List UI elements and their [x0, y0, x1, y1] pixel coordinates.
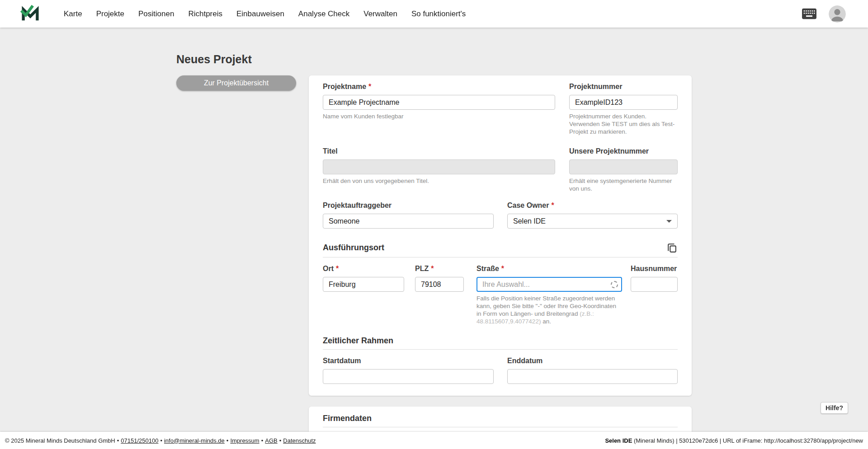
row-dates: Startdatum Enddatum — [323, 357, 678, 384]
main-nav: Karte Projekte Positionen Richtpreis Ein… — [64, 9, 466, 19]
strasse-helper-suffix: an. — [541, 318, 551, 325]
nav-item-richtpreis[interactable]: Richtpreis — [188, 9, 222, 19]
top-navbar: Karte Projekte Positionen Richtpreis Ein… — [0, 0, 868, 28]
case-owner-label-text: Case Owner — [507, 201, 549, 209]
field-projektauftraggeber: Projektauftraggeber — [323, 201, 494, 229]
footer-session-user: Selen IDE — [605, 437, 632, 444]
field-unsere-projektnummer: Unsere Projektnummer Erhält eine systemg… — [569, 147, 678, 192]
back-to-projects-button[interactable]: Zur Projektübersicht — [176, 75, 296, 91]
left-column: Zur Projektübersicht — [176, 75, 296, 91]
unsere-projektnummer-label: Unsere Projektnummer — [569, 147, 678, 155]
nav-item-analyse-check[interactable]: Analyse Check — [298, 9, 349, 19]
footer-separator: • — [160, 437, 162, 444]
nav-item-einbauweisen[interactable]: Einbauweisen — [236, 9, 284, 19]
person-icon — [829, 5, 846, 23]
nav-item-so-funktionierts[interactable]: So funktioniert's — [411, 9, 466, 19]
plz-label: PLZ* — [415, 265, 464, 273]
keyboard-icon[interactable] — [802, 8, 817, 19]
navbar-right — [802, 5, 846, 23]
titel-label: Titel — [323, 147, 555, 155]
ausfuehrungsort-heading: Ausführungsort — [323, 243, 384, 253]
plz-label-text: PLZ — [415, 265, 429, 272]
section-divider — [323, 427, 678, 427]
row-auftraggeber-caseowner: Projektauftraggeber Case Owner* Selen ID… — [323, 201, 678, 229]
user-avatar[interactable] — [829, 5, 846, 23]
strasse-helper: Falls die Position keiner Straße zugeord… — [476, 295, 622, 325]
enddatum-label: Enddatum — [507, 357, 678, 365]
help-button[interactable]: Hilfe? — [821, 402, 848, 414]
footer-separator: • — [261, 437, 264, 444]
nav-item-projekte[interactable]: Projekte — [96, 9, 124, 19]
strasse-label: Straße* — [476, 265, 622, 273]
ort-label: Ort* — [323, 265, 404, 273]
enddatum-input[interactable] — [507, 369, 678, 384]
footer-datenschutz-link[interactable]: Datenschutz — [283, 437, 316, 444]
projektnummer-helper: Projektnummer des Kunden. Verwenden Sie … — [569, 112, 678, 136]
case-owner-select[interactable]: Selen IDE — [507, 214, 678, 229]
form-cards: Projektname* Name vom Kunden festlegbar … — [309, 75, 692, 449]
nav-item-karte[interactable]: Karte — [64, 9, 82, 19]
loading-spinner-icon — [611, 281, 618, 288]
field-enddatum: Enddatum — [507, 357, 678, 384]
field-titel: Titel Erhält den von uns vorgegebenen Ti… — [323, 147, 555, 192]
field-hausnummer: Hausnummer — [631, 265, 678, 325]
row-titel-unsere-projektnummer: Titel Erhält den von uns vorgegebenen Ti… — [323, 147, 678, 192]
required-asterisk: * — [501, 265, 504, 272]
app-logo[interactable] — [20, 5, 40, 23]
projektnummer-input[interactable] — [569, 95, 678, 110]
titel-helper: Erhält den von uns vorgegebenen Titel. — [323, 177, 555, 185]
projektauftraggeber-label: Projektauftraggeber — [323, 201, 494, 210]
startdatum-input[interactable] — [323, 369, 494, 384]
footer-impressum-link[interactable]: Impressum — [230, 437, 259, 444]
projektname-helper: Name vom Kunden festlegbar — [323, 112, 555, 120]
copy-icon[interactable] — [666, 242, 678, 253]
chevron-down-icon — [666, 220, 672, 223]
hausnummer-input[interactable] — [631, 277, 678, 292]
footer-agb-link[interactable]: AGB — [265, 437, 277, 444]
projektauftraggeber-input[interactable] — [323, 214, 494, 229]
nav-item-verwalten[interactable]: Verwalten — [363, 9, 397, 19]
required-asterisk: * — [336, 265, 339, 272]
ort-input[interactable] — [323, 277, 404, 292]
required-asterisk: * — [431, 265, 434, 272]
zeitlicher-rahmen-heading: Zeitlicher Rahmen — [323, 336, 393, 346]
footer-separator: • — [117, 437, 119, 444]
footer-left: © 2025 Mineral Minds Deutschland GmbH • … — [5, 437, 316, 444]
footer-session-info: Selen IDE (Mineral Minds) | 530120e72dc6… — [605, 437, 863, 444]
required-asterisk: * — [551, 201, 554, 209]
titel-input — [323, 159, 555, 174]
footer-session-detail: (Mineral Minds) | 530120e72dc6 | URL of … — [632, 437, 863, 444]
ort-label-text: Ort — [323, 265, 334, 272]
section-zeitlicher-rahmen: Zeitlicher Rahmen — [323, 336, 678, 346]
strasse-input[interactable] — [476, 277, 622, 292]
footer-email-link[interactable]: info@mineral-minds.de — [164, 437, 225, 444]
footer-copyright: © 2025 Mineral Minds Deutschland GmbH — [5, 437, 115, 444]
page-title: Neues Projekt — [176, 53, 692, 66]
case-owner-label: Case Owner* — [507, 201, 678, 210]
field-strasse: Straße* Falls die Position keiner Straße… — [476, 265, 622, 325]
footer-phone-link[interactable]: 07151/250100 — [121, 437, 158, 444]
footer: © 2025 Mineral Minds Deutschland GmbH • … — [0, 432, 868, 449]
section-firmendaten: Firmendaten — [323, 414, 678, 423]
projektname-input[interactable] — [323, 95, 555, 110]
field-startdatum: Startdatum — [323, 357, 494, 384]
main-content: Neues Projekt Zur Projektübersicht Proje… — [0, 0, 868, 449]
field-case-owner: Case Owner* Selen IDE — [507, 201, 678, 229]
row-address: Ort* PLZ* Straße* — [323, 265, 678, 325]
mineral-minds-logo-icon — [20, 5, 40, 23]
field-plz: PLZ* — [415, 265, 464, 325]
unsere-projektnummer-helper: Erhält eine systemgenerierte Nummer von … — [569, 177, 678, 192]
footer-separator: • — [279, 437, 282, 444]
field-projektname: Projektname* Name vom Kunden festlegbar — [323, 83, 555, 136]
nav-item-positionen[interactable]: Positionen — [138, 9, 174, 19]
case-owner-value: Selen IDE — [513, 217, 546, 225]
unsere-projektnummer-input — [569, 159, 678, 174]
hausnummer-label: Hausnummer — [631, 265, 678, 273]
projektname-label: Projektname* — [323, 83, 555, 91]
row-projektname-projektnummer: Projektname* Name vom Kunden festlegbar … — [323, 83, 678, 136]
project-form-card: Projektname* Name vom Kunden festlegbar … — [309, 75, 692, 396]
field-projektnummer: Projektnummer Projektnummer des Kunden. … — [569, 83, 678, 136]
plz-input[interactable] — [415, 277, 464, 292]
startdatum-label: Startdatum — [323, 357, 494, 365]
strasse-helper-text: Falls die Position keiner Straße zugeord… — [476, 295, 616, 317]
